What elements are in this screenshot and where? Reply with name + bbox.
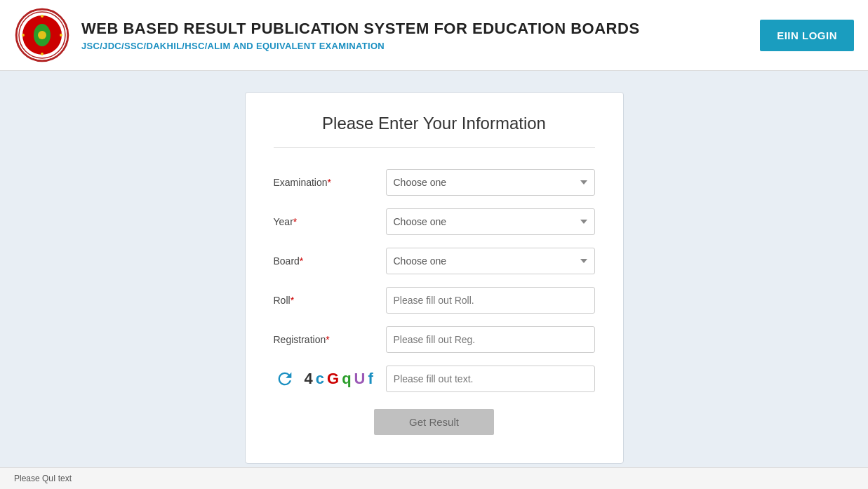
header-subtitle: JSC/JDC/SSC/DAKHIL/HSC/ALIM AND EQUIVALE…: [81, 41, 640, 51]
year-row: Year* Choose one: [274, 208, 595, 235]
registration-input[interactable]: [386, 326, 595, 353]
captcha-row: 4cGqUf: [274, 366, 595, 392]
examination-required: *: [328, 177, 331, 188]
eiin-login-button[interactable]: EIIN LOGIN: [760, 20, 854, 51]
examination-label: Examination*: [274, 177, 386, 188]
registration-row: Registration*: [274, 326, 595, 353]
header-title: WEB BASED RESULT PUBLICATION SYSTEM FOR …: [81, 20, 640, 38]
form-card: Please Enter Your Information Examinatio…: [245, 92, 624, 464]
captcha-input[interactable]: [386, 366, 595, 392]
captcha-char-4: q: [342, 370, 354, 387]
board-required: *: [300, 255, 303, 267]
captcha-char-1: 4: [305, 370, 316, 387]
get-result-button[interactable]: Get Result: [374, 409, 494, 435]
svg-point-4: [38, 31, 46, 39]
examination-select[interactable]: Choose one: [386, 169, 595, 196]
roll-row: Roll*: [274, 287, 595, 314]
header: WEB BASED RESULT PUBLICATION SYSTEM FOR …: [0, 0, 868, 71]
svg-point-6: [41, 53, 44, 55]
captcha-char-6: f: [368, 370, 375, 387]
header-text-block: WEB BASED RESULT PUBLICATION SYSTEM FOR …: [81, 20, 640, 51]
year-required: *: [293, 216, 297, 227]
header-left: WEB BASED RESULT PUBLICATION SYSTEM FOR …: [14, 7, 640, 63]
captcha-char-5: U: [354, 370, 368, 387]
captcha-refresh-button[interactable]: [274, 368, 296, 390]
year-label: Year*: [274, 216, 386, 227]
board-label: Board*: [274, 255, 386, 267]
refresh-icon: [275, 369, 295, 389]
roll-label: Roll*: [274, 295, 386, 306]
svg-point-7: [22, 34, 25, 36]
roll-required: *: [291, 295, 294, 306]
roll-input[interactable]: [386, 287, 595, 314]
emblem-logo: [14, 7, 70, 63]
main-content: Please Enter Your Information Examinatio…: [0, 71, 868, 478]
board-select[interactable]: Choose one: [386, 248, 595, 274]
submit-row: Get Result: [274, 409, 595, 435]
captcha-char-2: c: [316, 370, 327, 387]
board-row: Board* Choose one: [274, 248, 595, 274]
year-select[interactable]: Choose one: [386, 208, 595, 235]
svg-point-8: [60, 34, 62, 36]
registration-label: Registration*: [274, 334, 386, 345]
bottom-bar-text: Please QuI text: [14, 474, 72, 483]
registration-required: *: [326, 334, 329, 345]
bottom-bar: Please QuI text: [0, 467, 868, 489]
form-title: Please Enter Your Information: [274, 114, 595, 148]
svg-point-5: [41, 15, 44, 18]
captcha-char-3: G: [327, 370, 342, 387]
examination-row: Examination* Choose one: [274, 169, 595, 196]
captcha-image: 4cGqUf: [305, 370, 376, 388]
